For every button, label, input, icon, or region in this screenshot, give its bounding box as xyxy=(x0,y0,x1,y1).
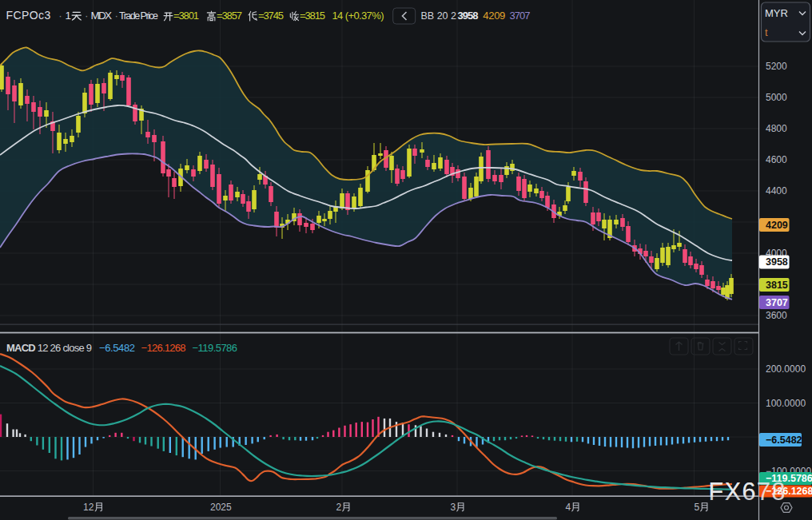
svg-text:12: 12 xyxy=(83,502,94,513)
svg-text:·: · xyxy=(115,10,119,22)
svg-text:4209: 4209 xyxy=(483,10,505,22)
svg-text:200.0000: 200.0000 xyxy=(766,363,806,375)
svg-text:4600: 4600 xyxy=(766,154,787,165)
svg-text:5200: 5200 xyxy=(766,61,787,72)
svg-text:2: 2 xyxy=(336,502,342,513)
svg-text:−6.5482: −6.5482 xyxy=(99,342,135,354)
svg-text:3: 3 xyxy=(451,502,456,513)
svg-text:=3857: =3857 xyxy=(217,10,242,22)
svg-text:·: · xyxy=(58,10,62,22)
svg-text:=3801: =3801 xyxy=(173,10,199,22)
svg-text:4: 4 xyxy=(566,502,571,513)
svg-text:MYR: MYR xyxy=(765,7,788,19)
svg-text:3707: 3707 xyxy=(510,10,531,22)
svg-text:4209: 4209 xyxy=(766,220,788,231)
svg-text:MACD 12 26 close 9: MACD 12 26 close 9 xyxy=(6,342,92,354)
svg-text:·: · xyxy=(85,10,89,22)
svg-text:FX678: FX678 xyxy=(709,478,786,505)
svg-text:5: 5 xyxy=(695,502,700,513)
svg-text:14 (+0.37%): 14 (+0.37%) xyxy=(332,10,384,22)
svg-text:FCPOc3: FCPOc3 xyxy=(6,9,51,22)
svg-text:3815: 3815 xyxy=(766,280,788,291)
svg-text:1: 1 xyxy=(66,10,72,22)
svg-text:3958: 3958 xyxy=(766,256,788,268)
svg-text:BB 20 2: BB 20 2 xyxy=(421,10,457,22)
svg-text:−6.5482: −6.5482 xyxy=(766,435,802,446)
svg-text:3600: 3600 xyxy=(766,310,787,321)
svg-text:5000: 5000 xyxy=(766,92,787,103)
svg-text:MDX: MDX xyxy=(90,10,111,22)
svg-text:=3745: =3745 xyxy=(258,10,284,22)
svg-text:t: t xyxy=(765,26,768,38)
svg-text:−126.1268: −126.1268 xyxy=(141,342,186,354)
svg-text:−119.5786: −119.5786 xyxy=(193,342,238,354)
svg-text:4400: 4400 xyxy=(766,185,787,196)
svg-text:100.0000: 100.0000 xyxy=(766,398,806,409)
svg-text:4800: 4800 xyxy=(766,123,787,134)
svg-text:3958: 3958 xyxy=(458,10,479,22)
svg-text:2025: 2025 xyxy=(210,502,232,513)
svg-text:3707: 3707 xyxy=(766,297,788,308)
svg-text:Trade Price: Trade Price xyxy=(119,10,158,22)
svg-text:=3815: =3815 xyxy=(300,10,325,22)
